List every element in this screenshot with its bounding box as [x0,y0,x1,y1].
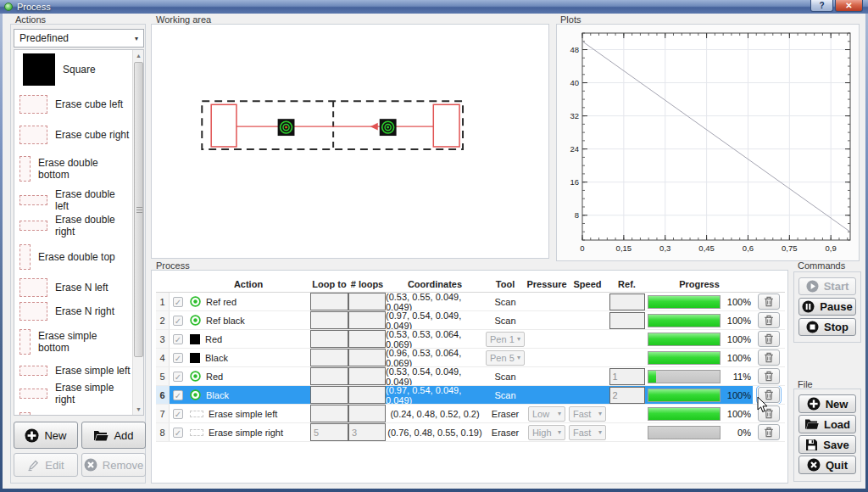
pressure-select[interactable]: Low▾ [528,406,565,422]
num-loops-input[interactable] [348,367,386,385]
num-loops-input[interactable] [348,293,386,310]
loop-to-input[interactable] [310,293,348,310]
help-button[interactable]: ? [810,0,833,12]
titlebar[interactable]: Process [0,0,868,14]
working-area-drawing [152,25,548,258]
action-cell: Erase simple left [186,405,310,422]
loop-to-input[interactable] [310,311,348,329]
file-quit-button[interactable]: Quit [798,456,856,474]
delete-row-button[interactable] [758,349,780,366]
delete-row-button[interactable] [758,368,780,384]
tool-select[interactable]: Pen 1▾ [486,332,525,347]
row-checkbox[interactable]: ✓ [173,409,183,419]
start-label: Start [824,280,849,293]
delete-row-button[interactable] [758,294,780,310]
erase-icon [190,411,203,417]
row-checkbox[interactable]: ✓ [173,428,183,438]
pause-button[interactable]: Pause [798,298,856,316]
list-item[interactable]: Square [14,50,132,89]
ref-input[interactable]: 1 [609,368,645,385]
table-row[interactable]: 1✓Ref red(0.53, 0.55, 0.049, 0.049)Scan1… [156,293,785,311]
num-loops-input[interactable] [348,330,386,348]
list-item[interactable]: Erase N left [14,276,132,299]
loop-to-input[interactable] [310,330,348,348]
svg-text:0,15: 0,15 [616,243,632,253]
file-load-button[interactable]: Load [798,415,856,433]
num-loops-input[interactable] [348,311,386,329]
table-row[interactable]: 8✓Erase simple right53(0.76, 0.48, 0.55,… [156,423,785,442]
row-checkbox[interactable]: ✓ [173,297,183,307]
pressure-select[interactable]: High▾ [528,425,565,440]
table-row[interactable]: 6✓Black(0.97, 0.54, 0.049, 0.049)Scan210… [156,386,785,405]
row-checkbox[interactable]: ✓ [173,353,183,363]
table-row[interactable]: 4✓Black(0.96, 0.53, 0.064, 0.069)Pen 5▾1… [156,349,785,367]
row-checkbox[interactable]: ✓ [173,334,183,344]
list-item[interactable]: Erase simple bottom [14,323,132,361]
tool-select[interactable]: Pen 5▾ [486,350,525,366]
action-add-label: Add [114,429,133,442]
action-edit-button[interactable]: Edit [14,453,78,477]
progress-cell: 100% [646,311,753,329]
num-loops-input[interactable] [348,386,386,404]
list-item[interactable]: Erase double right [14,213,132,238]
file-save-label: Save [823,439,849,451]
tool-cell: Scan [484,386,526,404]
action-label: Erase simple right [209,428,283,438]
action-set-select[interactable]: Predefined ▾ [14,29,144,48]
loop-to-input[interactable] [310,367,348,385]
action-add-button[interactable]: Add [81,422,146,449]
row-checkbox[interactable]: ✓ [173,316,183,326]
action-cell: Ref black [186,311,310,329]
row-checkbox[interactable]: ✓ [173,390,183,400]
scroll-up-icon[interactable]: ▲ [133,50,144,61]
svg-text:0: 0 [580,243,584,253]
list-item[interactable]: Erase double bottom [14,150,132,187]
list-item[interactable]: Erase simple left [14,361,132,381]
plots-chart: 00,150,30,450,60,750,981624324048 [557,25,859,260]
loop-to-input[interactable]: 5 [310,423,348,441]
loop-to-input[interactable] [310,349,348,366]
action-new-button[interactable]: New [14,422,78,449]
list-item[interactable]: Erase cube right [14,120,132,150]
coordinates-cell: (0.24, 0.48, 0.52, 0.2) [386,405,484,422]
coordinates-cell: (0.53, 0.54, 0.049, 0.049) [386,367,484,385]
ref-input[interactable]: 2 [609,387,645,404]
speed-select[interactable]: Fast▾ [569,406,606,422]
loop-to-input[interactable] [310,386,348,404]
start-button[interactable]: Start [798,277,856,295]
delete-row-button[interactable] [758,331,780,347]
stop-button[interactable]: Stop [798,318,856,336]
chevron-down-icon: ▾ [517,335,520,343]
close-button[interactable]: ✕ [835,0,863,12]
num-loops-input[interactable] [348,349,386,366]
working-area-title: Working area [156,14,211,25]
actions-scrollbar[interactable]: ▲ ▼ [132,50,143,415]
loop-to-input[interactable] [310,405,348,422]
list-item[interactable]: Erase N right [14,299,132,323]
ref-input[interactable] [609,312,645,329]
progress-bar [648,351,721,365]
row-checkbox[interactable]: ✓ [173,372,183,382]
num-loops-input[interactable]: 3 [348,423,386,441]
list-item[interactable]: Erase simple right [14,381,132,406]
list-item[interactable]: Erase simple top [14,406,132,416]
scroll-down-icon[interactable]: ▼ [133,404,144,415]
list-item[interactable]: Erase double left [14,187,132,213]
scrollbar-thumb[interactable] [134,62,143,357]
progress-label: 100% [724,409,751,419]
num-loops-input[interactable] [348,405,386,422]
delete-row-button[interactable] [758,312,780,328]
action-remove-button[interactable]: Remove [81,453,146,477]
list-item[interactable]: Erase double top [14,238,132,276]
file-save-button[interactable]: Save [798,435,856,454]
delete-row-button[interactable] [758,424,780,440]
table-row[interactable]: 5✓Red(0.53, 0.54, 0.049, 0.049)Scan111% [156,367,785,386]
table-row[interactable]: 7✓Erase simple left(0.24, 0.48, 0.52, 0.… [156,405,785,423]
table-row[interactable]: 3✓Red(0.53, 0.53, 0.064, 0.069)Pen 1▾100… [156,330,785,349]
file-new-button[interactable]: New [798,394,856,413]
ref-input[interactable] [609,294,645,310]
working-area-canvas[interactable] [151,24,549,259]
list-item[interactable]: Erase cube left [14,89,132,120]
table-row[interactable]: 2✓Ref black(0.97, 0.54, 0.049, 0.049)Sca… [156,311,785,330]
speed-select[interactable]: Fast▾ [569,425,606,440]
